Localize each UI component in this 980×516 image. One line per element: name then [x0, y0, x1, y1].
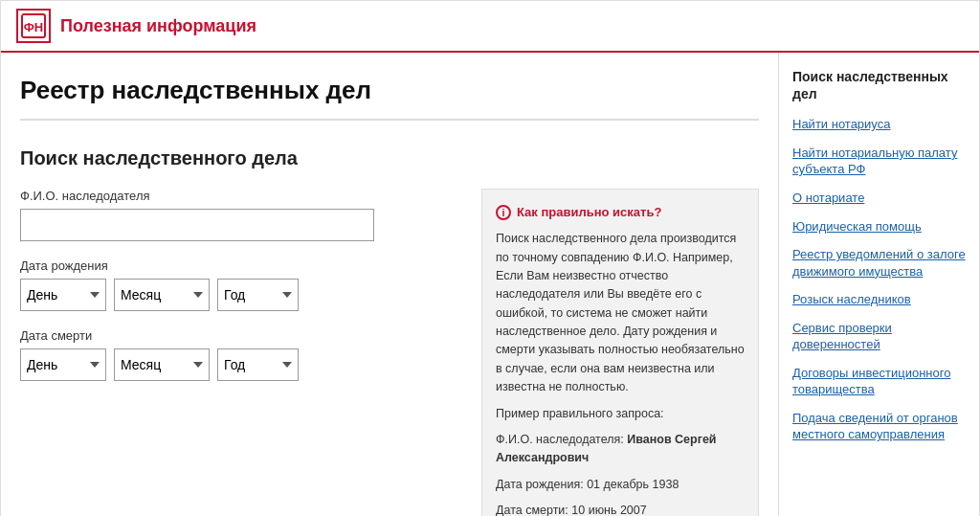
example-birth-label: Дата рождения: — [496, 478, 584, 491]
page-title: Реестр наследственных дел — [20, 76, 759, 121]
example-death-value: 10 июнь 2007 — [571, 504, 646, 516]
sidebar-link-chamber[interactable]: Найти нотариальную палату субъекта РФ — [792, 145, 966, 178]
info-box-title-text: Как правильно искать? — [517, 203, 661, 222]
info-icon: i — [496, 205, 511, 220]
content-area: Реестр наследственных дел Поиск наследст… — [1, 53, 778, 516]
fio-label: Ф.И.О. наследодателя — [20, 189, 462, 203]
info-box-example-label: Пример правильного запроса: — [496, 405, 745, 423]
sidebar: Поиск наследственных дел Найти нотариуса… — [778, 53, 979, 516]
header: ФН Полезная информация — [1, 1, 979, 53]
sidebar-link-pledge[interactable]: Реестр уведомлений о залоге движимого им… — [792, 246, 966, 280]
birth-date-label: Дата рождения — [20, 258, 462, 273]
birth-day-select[interactable]: День 12345 678910 1112131415 1617181920 … — [20, 279, 106, 311]
example-fio-label: Ф.И.О. наследодателя: — [496, 433, 624, 446]
svg-text:ФН: ФН — [24, 20, 43, 34]
form-left: Ф.И.О. наследодателя Дата рождения День … — [20, 189, 462, 516]
sidebar-link-local[interactable]: Подача сведений от органов местного само… — [792, 410, 966, 443]
birth-date-row: День 12345 678910 1112131415 1617181920 … — [20, 279, 462, 311]
death-date-group: Дата смерти День 12345 678910 1112131415… — [20, 328, 462, 381]
info-box-example-birth: Дата рождения: 01 декабрь 1938 — [496, 476, 745, 494]
info-box: i Как правильно искать? Поиск наследстве… — [481, 189, 759, 516]
death-day-select[interactable]: День 12345 678910 1112131415 1617181920 … — [20, 348, 106, 381]
info-box-title: i Как правильно искать? — [496, 203, 745, 222]
example-death-label: Дата смерти: — [496, 504, 568, 516]
birth-date-group: Дата рождения День 12345 678910 11121314… — [20, 258, 462, 311]
header-title: Полезная информация — [60, 16, 256, 36]
search-form: Ф.И.О. наследодателя Дата рождения День … — [20, 189, 759, 516]
header-logo: ФН — [16, 9, 51, 43]
sidebar-link-heirs[interactable]: Розыск наследников — [792, 291, 966, 308]
sidebar-link-contracts[interactable]: Договоры инвестиционного товарищества — [792, 365, 966, 398]
birth-year-select[interactable]: Год — [217, 279, 299, 311]
death-month-select[interactable]: Месяц ЯнварьФевральМартАпрель МайИюньИюл… — [114, 348, 210, 381]
sidebar-link-notariat[interactable]: О нотариате — [792, 190, 966, 207]
search-section-title: Поиск наследственного дела — [20, 147, 759, 169]
sidebar-heading: Поиск наследственных дел — [792, 68, 966, 102]
birth-month-select[interactable]: Месяц ЯнварьФевральМартАпрель МайИюньИюл… — [114, 279, 210, 311]
example-birth-value: 01 декабрь 1938 — [587, 478, 679, 491]
death-date-row: День 12345 678910 1112131415 1617181920 … — [20, 348, 462, 381]
sidebar-link-notary[interactable]: Найти нотариуса — [792, 116, 966, 133]
sidebar-link-legal[interactable]: Юридическая помощь — [792, 218, 966, 236]
fio-group: Ф.И.О. наследодателя — [20, 189, 462, 241]
fio-input[interactable] — [20, 209, 374, 241]
sidebar-link-poa[interactable]: Сервис проверки доверенностей — [792, 320, 966, 353]
death-year-select[interactable]: Год — [217, 348, 299, 381]
info-box-body: Поиск наследственного дела производится … — [496, 230, 745, 396]
info-box-example-fio: Ф.И.О. наследодателя: Иванов Сергей Алек… — [496, 431, 745, 468]
info-box-example-death: Дата смерти: 10 июнь 2007 — [496, 502, 745, 516]
death-date-label: Дата смерти — [20, 328, 462, 343]
